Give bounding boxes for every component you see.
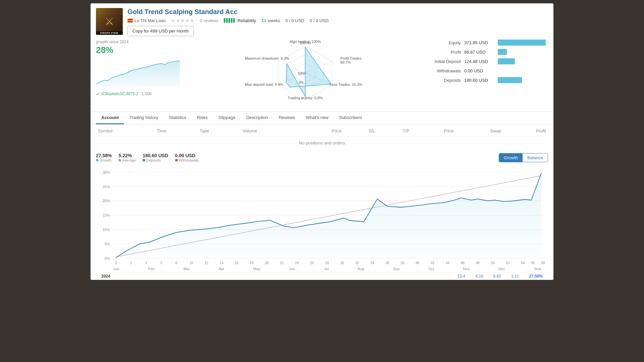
broker-leverage: 1:500 (142, 92, 152, 96)
month-label-apr: Apr (219, 267, 224, 271)
svg-text:24: 24 (295, 261, 299, 264)
month-labels-row: JanFebMarAprMayJunJulAugSepOctNovDecYear (96, 265, 548, 272)
dot-gray-icon (118, 159, 121, 162)
svg-text:14: 14 (220, 261, 223, 264)
rel-bar-3 (228, 18, 230, 23)
mini-chart (96, 57, 183, 87)
dot-blue-icon (96, 159, 99, 162)
tab-risks[interactable]: Risks (192, 112, 213, 124)
growth-toggle: Growth Balance (499, 153, 548, 162)
tab-trading-history[interactable]: Trading history (124, 112, 164, 124)
svg-text:50: 50 (491, 261, 495, 264)
growth-stat-4: 0.00 USD Withdrawals (175, 153, 199, 162)
growth-stat-sub-1: Growth (96, 158, 112, 162)
tab-description[interactable]: Description (241, 112, 273, 124)
reliability-bars (224, 18, 235, 23)
growth-stat-val-3: 180.60 USD (143, 153, 168, 158)
tabs-row: AccountTrading historyStatisticsRisksSli… (91, 111, 553, 124)
right-stats: Equity 371.95 USD Profit 66.87 USD Initi… (424, 40, 548, 86)
growth-stat-1: 27.58% Growth (96, 153, 112, 162)
svg-text:25%: 25% (103, 184, 110, 188)
svg-text:34: 34 (370, 261, 374, 264)
month-label-nov: Nov (463, 267, 470, 271)
stat-label: Deposits (424, 78, 461, 83)
growth-stat-val-1: 27.58% (96, 153, 112, 158)
svg-text:18: 18 (250, 261, 254, 264)
svg-text:54: 54 (521, 261, 525, 264)
tab-what's-new[interactable]: What's new (301, 112, 334, 124)
star-rating: ★★★★★ (171, 18, 195, 23)
algo-label: Algo trading: 100% (290, 40, 321, 44)
tab-slippage[interactable]: Slippage (213, 112, 241, 124)
svg-text:15%: 15% (103, 213, 110, 217)
loss-trades-label: Loss Trades: 10.3% (330, 82, 362, 86)
stat-bar-container (498, 40, 548, 46)
svg-text:44: 44 (446, 261, 449, 264)
tab-subscribers[interactable]: Subscribers (334, 112, 368, 124)
growth-stat-val-4: 0.00 USD (175, 153, 199, 158)
svg-text:58: 58 (541, 261, 545, 264)
stat-label: Profit (424, 50, 461, 55)
col-profit: Profit (503, 126, 548, 136)
stat-value: 0.00 USD (464, 68, 494, 73)
no-data-row: No positions and orders (96, 136, 548, 150)
rel-bar-5 (233, 18, 235, 23)
tab-account[interactable]: Account (96, 112, 124, 124)
stat-bar (498, 49, 507, 55)
svg-text:20%: 20% (103, 199, 110, 203)
growth-stat-sub-2: Average (118, 158, 136, 162)
month-label-aug: Aug (358, 267, 364, 271)
svg-text:5%: 5% (105, 242, 110, 246)
col-s/l: S/L (343, 126, 377, 136)
props-badge: PROPS FIRM (96, 31, 123, 35)
growth-since-label: growth since 2024 (96, 40, 186, 44)
weeks-label: weeks (268, 18, 280, 23)
col-volume: Volume (240, 126, 300, 136)
svg-text:10%: 10% (103, 228, 110, 232)
svg-text:40: 40 (416, 261, 419, 264)
tab-statistics[interactable]: Statistics (164, 112, 192, 124)
copy-button[interactable]: Copy for 499 USD per month (127, 26, 194, 36)
max-drawdown-label: Maximum drawdown: 6.3% (245, 56, 289, 60)
svg-text:2: 2 (130, 261, 132, 264)
year-vals: 13.4 4.16 6.82 1.11 27.58% (118, 274, 543, 279)
svg-text:20: 20 (265, 261, 269, 264)
rel-bar-4 (231, 18, 232, 23)
stat-value: 371.95 USD (464, 40, 494, 45)
svg-text:0: 0 (115, 261, 117, 264)
stat-bar-container (498, 68, 548, 74)
author-flag: Lo Thi Mai Loan (127, 18, 166, 23)
stat-bar-container (498, 58, 548, 64)
month-label-mar: Mar (183, 267, 190, 271)
author-name: Lo Thi Mai Loan (135, 18, 166, 23)
reviews-count: 0 reviews (200, 18, 218, 23)
svg-text:32: 32 (355, 261, 359, 264)
growth-stat-sub-3: Deposits (143, 158, 168, 162)
stat-label: Initial Deposit (424, 59, 461, 64)
col-price: Price (300, 126, 344, 136)
balance-toggle-button[interactable]: Balance (523, 154, 548, 162)
stat-bar-container (498, 49, 548, 55)
growth-toggle-button[interactable]: Growth (499, 154, 523, 162)
growth-stat-sub-4: Withdrawals (175, 158, 199, 162)
month-label-dec: Dec (498, 267, 505, 271)
growth-stat-2: 5.22% Average (118, 153, 136, 162)
positions-table: SymbolTimeTypeVolumePriceS/LT/PPriceSwap… (96, 126, 548, 149)
svg-text:10: 10 (190, 261, 193, 264)
year-row: 2024 13.4 4.16 6.82 1.11 27.58% (96, 272, 548, 280)
tab-reviews[interactable]: Reviews (273, 112, 301, 124)
stat-bar (498, 77, 522, 83)
mini-growth-area: growth since 2024 28% ✓ ICMark (96, 40, 186, 97)
reliability-label: Reliability (237, 18, 256, 23)
month-label-sep: Sep (393, 267, 400, 271)
rel-bar-2 (226, 18, 228, 23)
svg-text:0%: 0% (105, 256, 110, 260)
growth-stat-3: 180.60 USD Deposits (143, 153, 168, 162)
svg-text:28: 28 (325, 261, 329, 264)
dot-green-icon (143, 159, 145, 162)
trading-activity-label: Trading activity: 5.8% (288, 96, 323, 100)
max-deposit-label: Max deposit load: 4.4% (245, 82, 283, 86)
month-label-feb: Feb (148, 267, 155, 271)
svg-text:26: 26 (310, 261, 314, 264)
month-label-may: May (253, 267, 260, 271)
